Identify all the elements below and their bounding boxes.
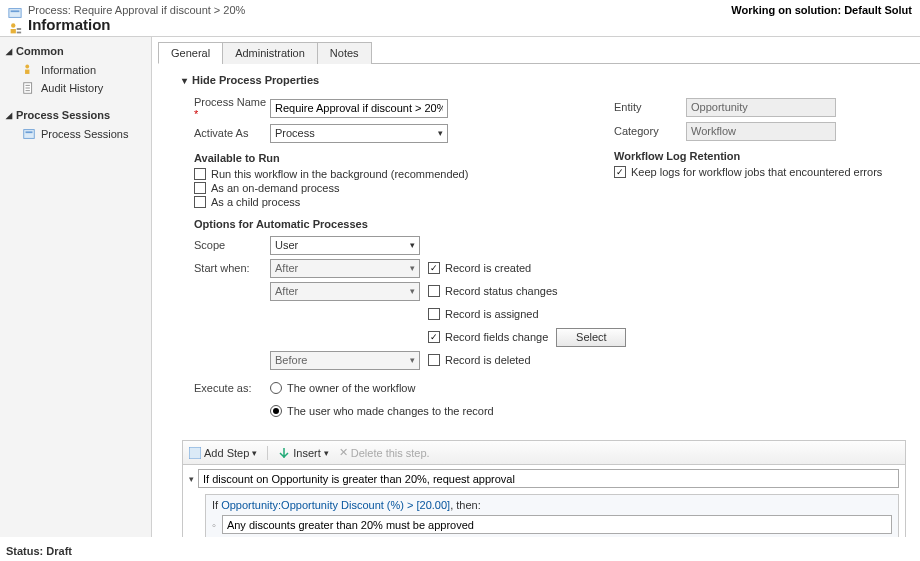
activate-as-label: Activate As bbox=[194, 127, 270, 139]
options-title: Options for Automatic Processes bbox=[194, 218, 906, 230]
sidebar-group-sessions[interactable]: ◢ Process Sessions bbox=[6, 109, 145, 121]
keep-logs-checkbox[interactable]: ✓Keep logs for workflow jobs that encoun… bbox=[614, 166, 882, 178]
step-toolbar: Add Step▾ Insert▾ ✕ Delete this step. bbox=[182, 440, 906, 464]
tabs: General Administration Notes bbox=[158, 41, 920, 64]
sidebar-item-sessions[interactable]: Process Sessions bbox=[6, 125, 145, 143]
svg-rect-0 bbox=[9, 9, 21, 18]
log-retention-title: Workflow Log Retention bbox=[614, 150, 882, 162]
execute-user-radio[interactable]: The user who made changes to the record bbox=[270, 405, 494, 417]
condition-block: If Opportunity:Opportunity Discount (%) … bbox=[205, 494, 899, 537]
record-status-checkbox[interactable]: Record status changes bbox=[428, 285, 558, 297]
process-icon bbox=[8, 6, 22, 20]
condition-line: If Opportunity:Opportunity Discount (%) … bbox=[212, 499, 892, 511]
bullet-icon: ◦ bbox=[212, 519, 216, 531]
record-created-checkbox[interactable]: ✓Record is created bbox=[428, 262, 531, 274]
record-fields-checkbox[interactable]: ✓Record fields change bbox=[428, 331, 548, 343]
svg-rect-9 bbox=[24, 130, 35, 139]
info-small-icon bbox=[22, 63, 36, 77]
start-after-select-1[interactable]: After▾ bbox=[270, 259, 420, 278]
svg-point-6 bbox=[25, 65, 29, 69]
available-to-run-title: Available to Run bbox=[194, 152, 554, 164]
child-process-checkbox[interactable]: As a child process bbox=[194, 196, 554, 208]
process-title: Process: Require Approval if discount > … bbox=[28, 4, 245, 16]
sessions-icon bbox=[22, 127, 36, 141]
start-before-select[interactable]: Before▾ bbox=[270, 351, 420, 370]
audit-icon bbox=[22, 81, 36, 95]
add-step-icon bbox=[189, 447, 201, 459]
record-deleted-checkbox[interactable]: Record is deleted bbox=[428, 354, 531, 366]
page-title: Information bbox=[28, 16, 245, 33]
process-name-input[interactable] bbox=[270, 99, 448, 118]
delete-step-button: ✕ Delete this step. bbox=[339, 446, 430, 459]
sidebar-item-audit[interactable]: Audit History bbox=[6, 79, 145, 97]
inner-step-description-input[interactable] bbox=[222, 515, 892, 534]
entity-field: Opportunity bbox=[686, 98, 836, 117]
svg-rect-10 bbox=[26, 131, 33, 133]
svg-rect-5 bbox=[17, 32, 21, 34]
svg-rect-1 bbox=[11, 10, 20, 12]
insert-button[interactable]: Insert▾ bbox=[278, 447, 329, 459]
select-fields-button[interactable]: Select bbox=[556, 328, 626, 347]
entity-label: Entity bbox=[614, 101, 686, 113]
sidebar-item-information[interactable]: Information bbox=[6, 61, 145, 79]
process-name-label: Process Name * bbox=[194, 96, 270, 120]
tab-notes[interactable]: Notes bbox=[317, 42, 372, 64]
scope-label: Scope bbox=[194, 239, 270, 251]
svg-rect-11 bbox=[189, 447, 201, 459]
step-description-input[interactable] bbox=[198, 469, 899, 488]
start-when-label: Start when: bbox=[194, 262, 270, 274]
insert-icon bbox=[278, 447, 290, 459]
svg-point-2 bbox=[11, 23, 15, 27]
category-label: Category bbox=[614, 125, 686, 137]
solution-label: Working on solution: Default Solut bbox=[731, 4, 912, 36]
category-field: Workflow bbox=[686, 122, 836, 141]
execute-owner-radio[interactable]: The owner of the workflow bbox=[270, 382, 415, 394]
info-icon bbox=[8, 22, 22, 36]
header: Process: Require Approval if discount > … bbox=[0, 0, 920, 37]
execute-as-label: Execute as: bbox=[194, 382, 270, 394]
tab-administration[interactable]: Administration bbox=[222, 42, 318, 64]
on-demand-checkbox[interactable]: As an on-demand process bbox=[194, 182, 554, 194]
activate-as-select[interactable]: Process▾ bbox=[270, 124, 448, 143]
sidebar: ◢ Common Information Audit History ◢ Pro… bbox=[0, 37, 152, 537]
condition-link[interactable]: Opportunity:Opportunity Discount (%) > [… bbox=[221, 499, 450, 511]
svg-rect-3 bbox=[11, 29, 16, 33]
delete-icon: ✕ bbox=[339, 446, 348, 459]
step-editor: ▾ If Opportunity:Opportunity Discount (%… bbox=[182, 464, 906, 537]
tab-general[interactable]: General bbox=[158, 42, 223, 64]
record-assigned-checkbox[interactable]: Record is assigned bbox=[428, 308, 539, 320]
svg-rect-4 bbox=[17, 28, 21, 30]
sidebar-group-common[interactable]: ◢ Common bbox=[6, 45, 145, 57]
step-collapse-icon[interactable]: ▾ bbox=[189, 474, 194, 484]
svg-rect-7 bbox=[25, 70, 29, 74]
start-after-select-2[interactable]: After▾ bbox=[270, 282, 420, 301]
scope-select[interactable]: User▾ bbox=[270, 236, 420, 255]
status-bar: Status: Draft bbox=[6, 545, 72, 557]
add-step-button[interactable]: Add Step▾ bbox=[189, 447, 257, 459]
collapse-toggle[interactable]: Hide Process Properties bbox=[182, 74, 906, 86]
run-background-checkbox[interactable]: Run this workflow in the background (rec… bbox=[194, 168, 554, 180]
